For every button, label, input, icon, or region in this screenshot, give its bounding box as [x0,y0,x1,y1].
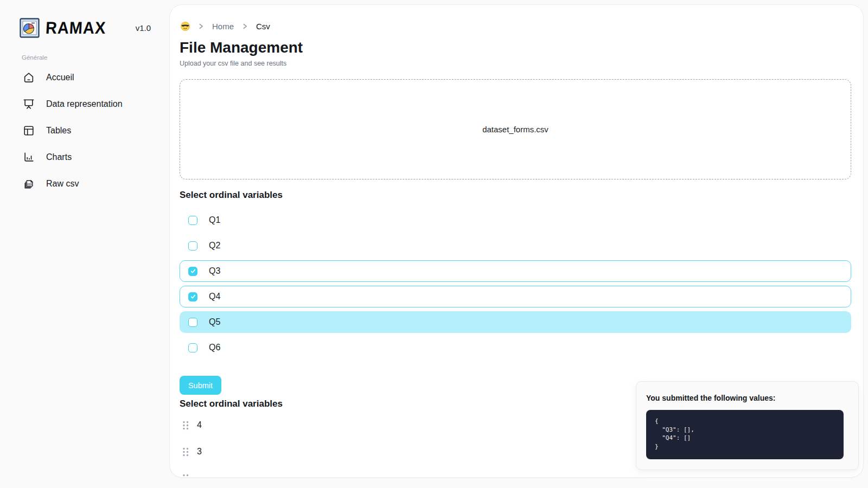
bar-chart-icon [22,151,35,163]
checkbox-q5[interactable] [188,318,197,327]
option-row-q2[interactable]: Q2 [180,235,851,256]
option-label: Q1 [209,215,220,225]
svg-text:csv: csv [27,182,32,185]
sidebar-item-label: Raw csv [46,179,79,189]
option-row-q3[interactable]: Q3 [180,260,851,282]
sidebar-item-charts[interactable]: Charts [0,144,169,170]
brand: RAMAX v1.0 [0,0,169,38]
breadcrumb-home[interactable]: Home [212,22,234,31]
drag-handle-icon[interactable] [182,473,189,478]
sortable-item-label: 4 [197,420,202,430]
ordinal-variable-list: Q1 Q2 Q3 Q4 Q5 Q6 [180,209,851,358]
sidebar-item-label: Data representation [46,99,123,109]
uploaded-filename: dataset_forms.csv [482,125,548,134]
csv-dropzone[interactable]: dataset_forms.csv [180,79,851,179]
checkbox-q1[interactable] [188,216,197,225]
sidebar-item-tables[interactable]: Tables [0,117,169,144]
submitted-values-code: { "Q3": [], "Q4": [] } [646,410,844,459]
option-row-q1[interactable]: Q1 [180,209,851,231]
sidebar-item-raw-csv[interactable]: csv Raw csv [0,170,169,197]
sunglasses-emoji-icon [181,22,190,31]
sidebar-item-label: Accueil [46,73,74,82]
sidebar-item-label: Charts [46,152,72,162]
sidebar-item-data-representation[interactable]: Data representation [0,91,169,117]
checkbox-q4[interactable] [188,292,197,301]
option-label: Q5 [209,317,220,327]
option-label: Q4 [209,292,220,301]
sortable-item-partial[interactable] [180,471,851,478]
page-subtitle: Upload your csv file and see results [180,60,851,67]
drag-handle-icon[interactable] [182,447,189,457]
app-version: v1.0 [136,23,151,33]
option-label: Q2 [209,241,220,251]
app-logo-icon [20,18,40,38]
checkbox-section-heading: Select ordinal variables [180,190,851,201]
checkbox-q3[interactable] [188,267,197,276]
option-row-q4[interactable]: Q4 [180,286,851,307]
breadcrumb-current[interactable]: Csv [256,22,270,31]
option-label: Q3 [209,266,220,276]
option-row-q6[interactable]: Q6 [180,337,851,358]
app-name: RAMAX [45,18,106,38]
sidebar-section-label: Générale [22,54,169,61]
presentation-icon [22,98,35,110]
sidebar-item-accueil[interactable]: Accueil [0,64,169,91]
option-row-q5[interactable]: Q5 [180,311,851,333]
sidebar: RAMAX v1.0 Générale Accueil [0,0,169,488]
checkbox-q2[interactable] [188,241,197,251]
submission-toast: You submitted the following values: { "Q… [636,381,859,470]
option-label: Q6 [209,343,220,352]
toast-title: You submitted the following values: [646,394,848,402]
submit-button[interactable]: Submit [180,376,221,395]
breadcrumb: Home Csv [181,21,851,31]
checkbox-q6[interactable] [188,343,197,352]
sortable-item-label: 3 [197,447,202,457]
sidebar-item-label: Tables [46,126,71,136]
chevron-right-icon [241,23,248,30]
chevron-right-icon [197,23,205,30]
drag-handle-icon[interactable] [182,420,189,431]
sidebar-nav: Accueil Data representation [0,64,169,197]
csv-file-icon: csv [22,177,35,190]
home-icon [22,71,35,84]
page-title: File Management [180,39,851,56]
table-icon [22,124,35,137]
